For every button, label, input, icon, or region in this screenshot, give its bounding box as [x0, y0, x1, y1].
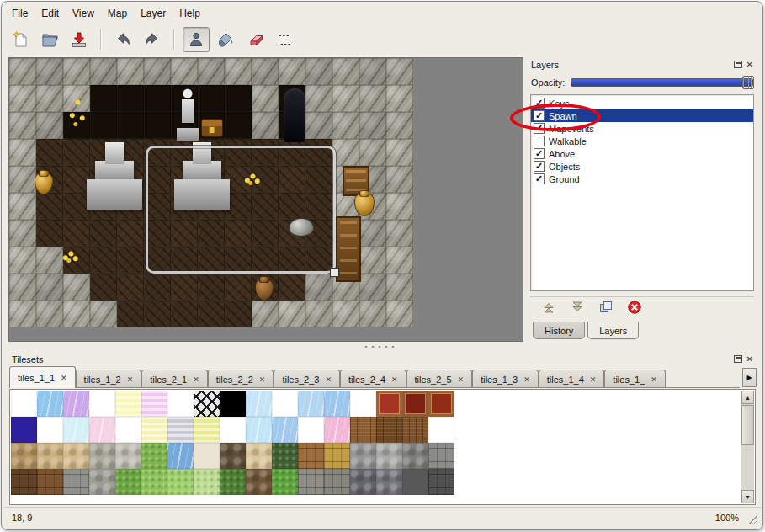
map-tile-stone-wall[interactable]: [90, 301, 117, 327]
tab-close-icon[interactable]: ✕: [127, 375, 134, 384]
map-tile-stone-wall[interactable]: [9, 193, 36, 220]
tilesets-float-icon[interactable]: [734, 355, 742, 363]
map-tile-dark-pit[interactable]: [225, 85, 252, 112]
open-button[interactable]: [36, 27, 63, 52]
map-tile-dirt-floor[interactable]: [279, 274, 305, 301]
tab-close-icon[interactable]: ✕: [391, 375, 398, 384]
palette-tile[interactable]: [246, 417, 272, 443]
tab-close-icon[interactable]: ✕: [523, 375, 530, 384]
map-tile-stone-wall[interactable]: [386, 193, 413, 220]
palette-tile[interactable]: [37, 417, 63, 443]
tileset-tab-tiles_2_1[interactable]: tiles_2_1✕: [141, 370, 208, 388]
palette-tile[interactable]: [376, 391, 402, 417]
map-tile-stone-wall[interactable]: [359, 112, 386, 139]
tab-close-icon[interactable]: ✕: [193, 375, 199, 384]
map-tile-dirt-floor[interactable]: [171, 301, 198, 327]
layer-checkbox-above[interactable]: ✓: [534, 148, 545, 159]
palette-tile[interactable]: [376, 469, 402, 495]
resize-grip[interactable]: [746, 513, 757, 524]
undo-button[interactable]: [109, 27, 136, 52]
tab-close-icon[interactable]: ✕: [259, 375, 266, 384]
map-tile-dirt-floor[interactable]: [117, 301, 144, 327]
palette-tile[interactable]: [11, 417, 37, 443]
menu-item-file[interactable]: File: [5, 6, 35, 21]
palette-tile[interactable]: [272, 417, 298, 443]
layer-checkbox-objects[interactable]: ✓: [534, 161, 545, 172]
map-tile-dirt-floor[interactable]: [117, 274, 144, 301]
map-tile-stone-wall[interactable]: [386, 247, 413, 274]
palette-tile[interactable]: [167, 417, 194, 443]
map-tile-stone-wall[interactable]: [252, 112, 279, 139]
tab-close-icon[interactable]: ✕: [325, 375, 332, 384]
palette-tile[interactable]: [428, 443, 454, 469]
map-tile-dark-pit[interactable]: [144, 85, 171, 112]
opacity-slider-handle[interactable]: [742, 76, 754, 89]
map-tile-stone-wall[interactable]: [386, 274, 413, 301]
map-tile-stone-wall[interactable]: [252, 58, 279, 85]
palette-tile[interactable]: [272, 391, 298, 417]
layers-float-icon[interactable]: [734, 61, 742, 68]
palette-tile[interactable]: [37, 391, 63, 417]
scroll-up-icon[interactable]: ▲: [741, 391, 754, 404]
dock-tab-history[interactable]: History: [533, 322, 585, 339]
tilesets-close-icon[interactable]: ✕: [746, 355, 753, 364]
menu-item-help[interactable]: Help: [173, 6, 207, 21]
layer-row-above[interactable]: ✓Above: [531, 147, 753, 160]
map-tile-stone-wall[interactable]: [9, 220, 36, 247]
palette-tile[interactable]: [350, 469, 376, 495]
map-tile-stone-wall[interactable]: [9, 301, 36, 327]
tab-close-icon[interactable]: ✕: [61, 374, 67, 382]
fill-button[interactable]: [212, 27, 239, 52]
menu-item-edit[interactable]: Edit: [35, 6, 66, 21]
map-tile-dirt-floor[interactable]: [225, 274, 252, 301]
map-tile-dirt-floor[interactable]: [90, 247, 117, 274]
save-button[interactable]: [66, 27, 93, 52]
map-tile-dark-pit[interactable]: [144, 112, 171, 139]
palette-tile[interactable]: [428, 469, 454, 495]
palette-tile[interactable]: [220, 417, 246, 443]
map-tile-stone-wall[interactable]: [386, 166, 413, 193]
palette-tile[interactable]: [324, 443, 350, 469]
map-tile-stone-wall[interactable]: [359, 58, 386, 85]
layer-row-keys[interactable]: ✓Keys: [531, 97, 753, 109]
map-tile-dark-pit[interactable]: [117, 85, 144, 112]
map-tile-stone-wall[interactable]: [305, 301, 332, 327]
map-tile-stone-wall[interactable]: [359, 301, 386, 327]
palette-tile[interactable]: [272, 469, 298, 495]
palette-tile[interactable]: [167, 469, 194, 495]
map-tile-dirt-floor[interactable]: [144, 301, 171, 327]
map-tile-dark-pit[interactable]: [225, 112, 252, 139]
menu-item-view[interactable]: View: [66, 6, 101, 21]
map-tile-stone-wall[interactable]: [252, 85, 279, 112]
new-button[interactable]: [7, 27, 34, 52]
tileset-tab-tiles_1_2[interactable]: tiles_1_2✕: [76, 370, 142, 388]
map-tile-dirt-floor[interactable]: [144, 274, 171, 301]
map-tile-dark-pit[interactable]: [90, 112, 117, 139]
palette-tile[interactable]: [11, 469, 37, 495]
layer-row-spawn[interactable]: ✓Spawn: [531, 109, 753, 122]
map-tile-stone-wall[interactable]: [359, 274, 386, 301]
palette-tile[interactable]: [11, 391, 37, 417]
palette-tile[interactable]: [167, 443, 194, 469]
layer-checkbox-walkable[interactable]: [534, 136, 545, 146]
move-layer-up-button[interactable]: [539, 300, 559, 318]
palette-tile[interactable]: [246, 391, 272, 417]
map-tile-dark-pit[interactable]: [90, 85, 117, 112]
map-tile-dirt-floor[interactable]: [117, 247, 144, 274]
layer-row-ground[interactable]: ✓Ground: [531, 173, 753, 185]
map-tile-stone-wall[interactable]: [9, 112, 36, 139]
map-tile-dark-pit[interactable]: [198, 85, 225, 112]
map-tile-stone-wall[interactable]: [36, 85, 63, 112]
delete-layer-button[interactable]: [624, 300, 645, 318]
palette-tile[interactable]: [141, 417, 167, 443]
tileset-tab-tiles_1_[interactable]: tiles_1_✕: [604, 370, 665, 388]
palette-tile[interactable]: [350, 391, 376, 417]
palette-tile[interactable]: [402, 443, 428, 469]
map-tile-stone-wall[interactable]: [332, 85, 359, 112]
map-tile-stone-wall[interactable]: [386, 301, 413, 327]
stamp-button[interactable]: [183, 27, 210, 52]
duplicate-layer-button[interactable]: [596, 300, 616, 318]
eraser-button[interactable]: [242, 27, 268, 52]
palette-tile[interactable]: [89, 417, 115, 443]
layer-checkbox-mapevents[interactable]: ✓: [534, 123, 545, 134]
